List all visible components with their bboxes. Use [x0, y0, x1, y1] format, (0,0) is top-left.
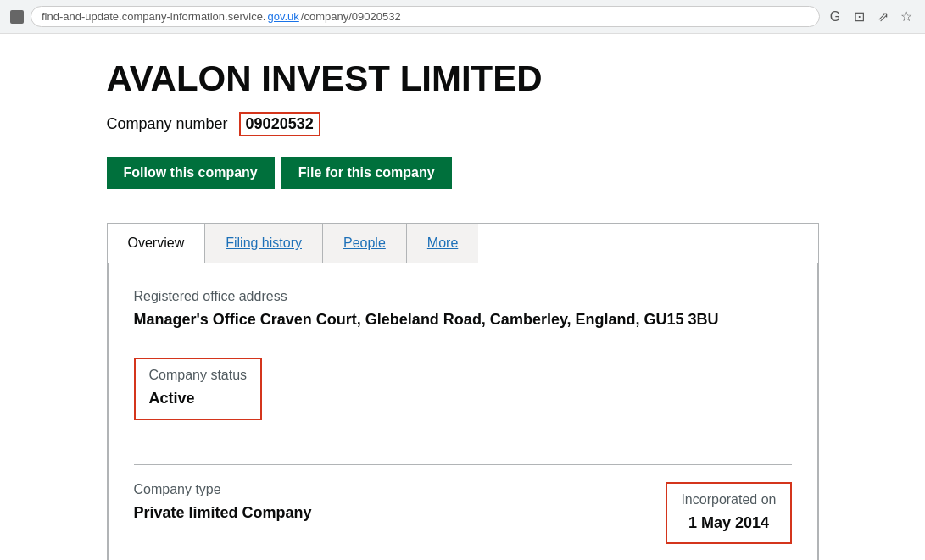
address-highlight: gov.uk — [267, 10, 298, 23]
company-number-value: 09020532 — [239, 112, 320, 136]
tab-filing-history[interactable]: Filing history — [205, 224, 323, 263]
company-status-value: Active — [149, 388, 248, 409]
tab-more[interactable]: More — [407, 224, 478, 263]
bookmark-icon[interactable]: ☆ — [898, 8, 915, 25]
registered-office-section: Registered office address Manager's Offi… — [134, 289, 792, 330]
incorporated-value: 1 May 2014 — [681, 513, 776, 534]
company-status-label: Company status — [149, 368, 248, 383]
company-type-value: Private limited Company — [134, 502, 666, 524]
browser-favicon — [10, 10, 24, 24]
registered-office-label: Registered office address — [134, 289, 792, 304]
address-before-highlight: find-and-update.company-information.serv… — [42, 10, 265, 23]
company-type-label: Company type — [134, 482, 666, 497]
company-type-incorporated-row: Company type Private limited Company Inc… — [134, 482, 792, 544]
follow-company-button[interactable]: Follow this company — [107, 157, 275, 189]
file-for-company-button[interactable]: File for this company — [281, 157, 452, 189]
tab-people[interactable]: People — [323, 224, 407, 263]
tabs-nav: Overview Filing history People More — [108, 224, 818, 263]
section-divider — [134, 464, 792, 465]
company-type-col: Company type Private limited Company — [134, 482, 666, 524]
address-bar[interactable]: find-and-update.company-information.serv… — [31, 6, 820, 27]
incorporated-box: Incorporated on 1 May 2014 — [666, 482, 791, 544]
registered-office-value: Manager's Office Craven Court, Glebeland… — [134, 309, 792, 330]
company-status-box: Company status Active — [134, 358, 263, 419]
tab-overview[interactable]: Overview — [108, 224, 206, 263]
company-number-row: Company number 09020532 — [107, 112, 819, 136]
extensions-icon[interactable]: ⊡ — [850, 8, 867, 25]
incorporated-col: Incorporated on 1 May 2014 — [666, 482, 791, 544]
google-icon[interactable]: G — [827, 8, 844, 25]
action-buttons: Follow this company File for this compan… — [107, 157, 819, 189]
company-title: AVALON INVEST LIMITED — [107, 59, 819, 98]
share-icon[interactable]: ⇗ — [874, 8, 891, 25]
address-after-highlight: /company/09020532 — [301, 10, 401, 23]
company-number-label: Company number — [107, 115, 228, 133]
tabs-container: Overview Filing history People More Regi… — [107, 223, 819, 560]
tab-content-overview: Registered office address Manager's Offi… — [108, 263, 818, 560]
incorporated-label: Incorporated on — [681, 492, 776, 507]
browser-icons: G ⊡ ⇗ ☆ — [827, 8, 915, 25]
main-content: AVALON INVEST LIMITED Company number 090… — [39, 34, 887, 560]
browser-chrome: find-and-update.company-information.serv… — [0, 0, 925, 34]
